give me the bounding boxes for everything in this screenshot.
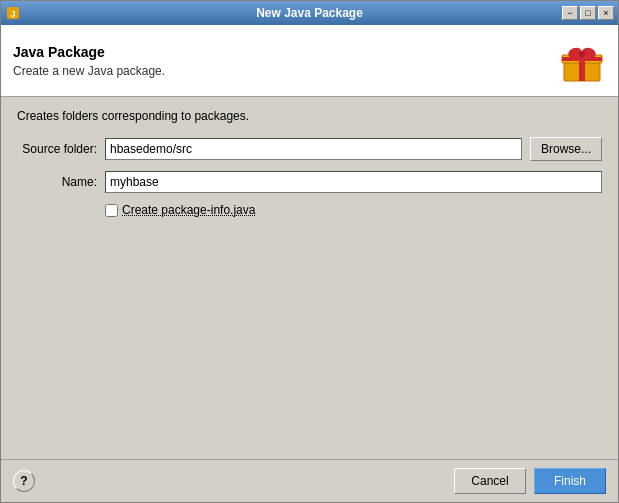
svg-rect-5 (562, 57, 602, 61)
package-info-label[interactable]: Create package-info.java (122, 203, 255, 217)
window-body: Java Package Create a new Java package. (1, 25, 618, 502)
maximize-button[interactable]: □ (580, 6, 596, 20)
dialog-window: J New Java Package − □ × Java Package Cr… (0, 0, 619, 503)
close-button[interactable]: × (598, 6, 614, 20)
window-controls: − □ × (562, 6, 614, 20)
header-title: Java Package (13, 44, 558, 60)
browse-button[interactable]: Browse... (530, 137, 602, 161)
minimize-button[interactable]: − (562, 6, 578, 20)
window-title: New Java Package (256, 6, 363, 20)
finish-button[interactable]: Finish (534, 468, 606, 494)
header-subtitle: Create a new Java package. (13, 64, 558, 78)
name-input[interactable] (105, 171, 602, 193)
gift-icon (558, 37, 606, 85)
source-folder-input[interactable] (105, 138, 522, 160)
cancel-button[interactable]: Cancel (454, 468, 526, 494)
package-info-checkbox[interactable] (105, 204, 118, 217)
footer-left: ? (13, 470, 35, 492)
name-label: Name: (17, 175, 97, 189)
header-text: Java Package Create a new Java package. (13, 44, 558, 78)
footer-right: Cancel Finish (454, 468, 606, 494)
checkbox-row: Create package-info.java (105, 203, 602, 217)
source-folder-row: Source folder: Browse... (17, 137, 602, 161)
content-spacer (17, 227, 602, 447)
header-section: Java Package Create a new Java package. (1, 25, 618, 97)
help-button[interactable]: ? (13, 470, 35, 492)
content-section: Creates folders corresponding to package… (1, 97, 618, 459)
footer-section: ? Cancel Finish (1, 459, 618, 502)
description-text: Creates folders corresponding to package… (17, 109, 602, 123)
name-row: Name: (17, 171, 602, 193)
source-folder-label: Source folder: (17, 142, 97, 156)
app-icon: J (5, 5, 21, 21)
title-bar-left: J (5, 5, 21, 21)
svg-point-8 (579, 51, 585, 57)
title-bar: J New Java Package − □ × (1, 1, 618, 25)
svg-text:J: J (10, 9, 15, 19)
